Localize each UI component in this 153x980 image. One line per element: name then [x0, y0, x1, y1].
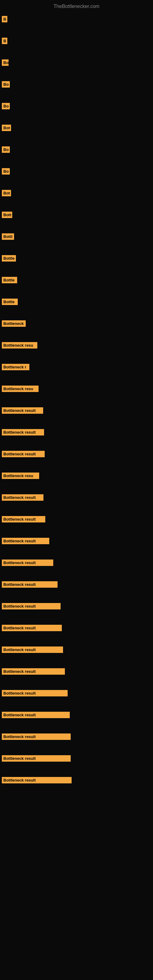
bar-label: B [2, 16, 7, 22]
bar-row: Bottleneck result [0, 450, 153, 458]
bar-row: Bottleneck result [0, 536, 153, 546]
bar-label: Bo [2, 168, 10, 175]
bar-row: Bo [0, 58, 153, 67]
bar-row: Bottleneck resu [0, 471, 153, 480]
bar-row: Bo [0, 145, 153, 154]
bar-row: B [0, 15, 153, 24]
bar-label: Bottleneck result [2, 429, 44, 436]
bar-row: Bottleneck result [0, 732, 153, 741]
bar-row: Bottleneck result [0, 493, 153, 502]
bar-label: Bot [2, 125, 11, 131]
site-title: TheBottlenecker.com [0, 0, 153, 12]
bar-label: Bottleneck [2, 320, 26, 327]
bar-label: Bottleneck result [2, 603, 61, 609]
bar-label: Bottle [2, 255, 16, 261]
bar-row: Bottleneck result [0, 558, 153, 567]
bar-label: Bottleneck result [2, 581, 57, 588]
bar-label: Bottleneck resu [2, 385, 38, 392]
bar-label: Bo [2, 81, 10, 88]
bar-label: Bo [2, 59, 9, 66]
bar-row: Bott [0, 210, 153, 219]
bar-row: Bottleneck resu [0, 341, 153, 350]
bar-row: Bottleneck result [0, 667, 153, 676]
bar-row: Bottleneck result [0, 515, 153, 524]
bar-label: Bottl [2, 233, 14, 240]
bar-label: Bottleneck result [2, 451, 45, 457]
bar-row: Bo [0, 167, 153, 176]
bar-row: B [0, 37, 153, 45]
bar-label: Bottleneck result [2, 646, 63, 653]
bar-row: Bottleneck result [0, 624, 153, 632]
bar-label: Bottleneck result [2, 668, 65, 675]
bar-label: Bottleneck result [2, 494, 43, 501]
bar-row: Bottle [0, 275, 153, 285]
bar-row: Bottle [0, 298, 153, 306]
bar-label: Bo [2, 103, 10, 109]
bar-label: Bottleneck r [2, 364, 29, 370]
bar-row: Bottleneck r [0, 363, 153, 371]
bar-row: Bottleneck [0, 319, 153, 328]
bar-row: Bottleneck result [0, 602, 153, 611]
bar-row: Bottleneck result [0, 776, 153, 784]
bar-label: Bottleneck result [2, 733, 71, 740]
bar-row: Bottl [0, 232, 153, 241]
bar-label: Bott [2, 212, 12, 218]
bar-row: Bottleneck result [0, 645, 153, 654]
bar-row: Bottle [0, 254, 153, 263]
bar-row: Bottleneck result [0, 580, 153, 589]
bar-row: Bottleneck result [0, 689, 153, 698]
bar-label: Bottleneck result [2, 690, 68, 697]
bar-label: Bottleneck result [2, 625, 62, 631]
bar-row: Bo [0, 102, 153, 111]
bar-label: Bo [2, 146, 10, 153]
bar-row: Bot [0, 189, 153, 197]
bar-row: Bottleneck result [0, 711, 153, 719]
bar-row: Bo [0, 80, 153, 89]
bar-row: Bottleneck result [0, 428, 153, 437]
bar-label: Bottle [2, 299, 18, 305]
bar-row: Bottleneck resu [0, 384, 153, 393]
bar-label: Bottleneck result [2, 538, 49, 544]
bar-row: Bottleneck result [0, 754, 153, 763]
bar-label: B [2, 38, 7, 44]
bars-container: BBBoBoBoBotBoBoBotBottBottlBottleBottleB… [0, 12, 153, 800]
bar-label: Bottleneck result [2, 516, 45, 522]
bar-label: Bottleneck resu [2, 473, 39, 479]
bar-row: Bot [0, 123, 153, 132]
bar-label: Bot [2, 190, 11, 196]
bar-label: Bottleneck result [2, 407, 43, 414]
bar-label: Bottleneck result [2, 560, 53, 566]
bar-label: Bottleneck result [2, 712, 70, 718]
bar-row: Bottleneck result [0, 406, 153, 415]
bar-label: Bottleneck resu [2, 342, 37, 348]
bar-label: Bottleneck result [2, 755, 71, 762]
bar-label: Bottle [2, 277, 17, 283]
bar-label: Bottleneck result [2, 777, 72, 783]
